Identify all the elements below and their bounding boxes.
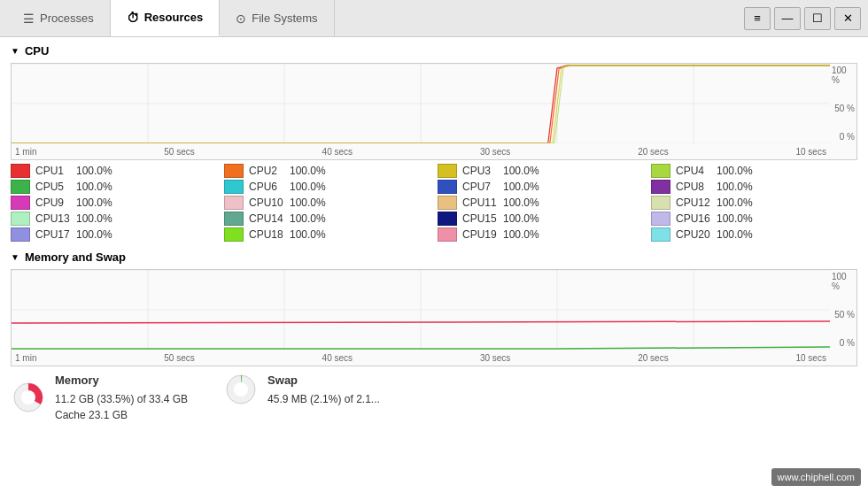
cpu-legend-item: CPU2100.0%: [224, 164, 430, 178]
minimize-button[interactable]: —: [774, 7, 801, 30]
title-bar: ☰ Processes ⏱ Resources ⊙ File Systems ≡…: [0, 0, 868, 37]
cpu-name-label: CPU14: [249, 212, 284, 225]
cpu-graph-inner: [12, 64, 830, 143]
cpu-color-swatch: [438, 196, 457, 210]
cpu-pct-label: 100.0%: [76, 196, 112, 209]
cpu-chevron-icon: ▼: [11, 46, 19, 56]
cpu-pct-label: 100.0%: [76, 165, 112, 177]
cpu-pct-label: 100.0%: [503, 165, 539, 177]
cpu-name-label: CPU4: [676, 165, 711, 177]
memory-cache: Cache 23.1 GB: [55, 407, 188, 423]
tab-filesystems-label: File Systems: [252, 12, 317, 25]
cpu-legend-item: CPU20100.0%: [651, 227, 857, 242]
processes-icon: ☰: [23, 12, 35, 26]
memory-text: Memory 11.2 GB (33.5%) of 33.4 GB Cache …: [55, 372, 188, 423]
cpu-color-swatch: [224, 227, 244, 242]
cpu-name-label: CPU19: [462, 228, 498, 241]
cpu-pct-label: 100.0%: [503, 196, 539, 209]
cpu-color-swatch: [438, 227, 457, 242]
close-button[interactable]: ✕: [834, 7, 861, 30]
cpu-color-swatch: [438, 180, 457, 194]
cpu-name-label: CPU17: [35, 228, 71, 241]
svg-point-19: [234, 382, 248, 397]
cpu-color-swatch: [11, 212, 30, 226]
cpu-name-label: CPU5: [35, 181, 71, 193]
tab-bar: ☰ Processes ⏱ Resources ⊙ File Systems: [7, 0, 335, 36]
cpu-color-swatch: [224, 212, 244, 226]
cpu-color-swatch: [11, 227, 30, 242]
cpu-time-30s: 30 secs: [480, 147, 510, 157]
cpu-pct-100: 100 %: [832, 65, 855, 85]
cpu-legend-item: CPU14100.0%: [224, 212, 430, 226]
cpu-name-label: CPU11: [462, 196, 498, 209]
cpu-section-header[interactable]: ▼ CPU: [11, 44, 857, 58]
cpu-pct-label: 100.0%: [290, 212, 326, 225]
cpu-legend-item: CPU16100.0%: [651, 212, 857, 226]
memory-graph-pct-labels: 100 % 50 % 0 %: [830, 270, 856, 350]
mem-pct-100: 100 %: [832, 272, 855, 291]
mem-time-40s: 40 secs: [322, 353, 353, 363]
cpu-legend-item: CPU5100.0%: [11, 180, 217, 194]
cpu-pct-label: 100.0%: [290, 196, 326, 209]
cpu-pct-label: 100.0%: [717, 165, 753, 177]
cpu-legend-item: CPU12100.0%: [651, 196, 857, 210]
cpu-name-label: CPU6: [249, 181, 284, 193]
cpu-legend-item: CPU3100.0%: [438, 164, 644, 178]
mem-time-1min: 1 min: [15, 353, 36, 363]
memory-graph-svg: [12, 270, 830, 350]
cpu-pct-label: 100.0%: [717, 228, 753, 241]
cpu-name-label: CPU2: [249, 165, 284, 177]
cpu-legend-item: CPU1100.0%: [11, 164, 217, 178]
cpu-legend: CPU1100.0%CPU2100.0%CPU3100.0%CPU4100.0%…: [11, 164, 857, 242]
tab-processes[interactable]: ☰ Processes: [7, 0, 111, 36]
cpu-legend-item: CPU8100.0%: [651, 180, 857, 194]
cpu-name-label: CPU20: [676, 228, 711, 241]
cpu-legend-item: CPU18100.0%: [224, 227, 430, 242]
cpu-color-swatch: [651, 180, 670, 194]
cpu-color-swatch: [224, 164, 244, 178]
tab-resources[interactable]: ⏱ Resources: [111, 0, 220, 36]
cpu-pct-label: 100.0%: [76, 228, 112, 241]
cpu-legend-item: CPU7100.0%: [438, 180, 644, 194]
mem-pct-50: 50 %: [834, 310, 855, 320]
cpu-color-swatch: [651, 164, 670, 178]
cpu-time-10s: 10 secs: [795, 147, 825, 157]
cpu-name-label: CPU12: [676, 196, 711, 209]
cpu-name-label: CPU3: [462, 165, 498, 177]
cpu-name-label: CPU8: [676, 181, 711, 193]
resources-icon: ⏱: [127, 11, 139, 25]
memory-section-header[interactable]: ▼ Memory and Swap: [11, 250, 857, 264]
cpu-color-swatch: [224, 180, 244, 194]
cpu-name-label: CPU16: [676, 212, 711, 225]
memory-graph-time-labels: 1 min 50 secs 40 secs 30 secs 20 secs 10…: [12, 350, 830, 366]
cpu-pct-label: 100.0%: [290, 228, 326, 241]
mem-time-30s: 30 secs: [480, 353, 510, 363]
cpu-color-swatch: [11, 180, 30, 194]
cpu-graph-svg: [12, 64, 830, 143]
cpu-name-label: CPU10: [249, 196, 284, 209]
cpu-graph: 100 % 50 % 0 % 1 min 50 secs 40 secs 30 …: [11, 63, 857, 160]
cpu-time-20s: 20 secs: [638, 147, 668, 157]
cpu-time-50s: 50 secs: [164, 147, 194, 157]
memory-pie-icon: [11, 380, 46, 415]
cpu-name-label: CPU7: [462, 181, 498, 193]
memory-graph-inner: [12, 270, 830, 350]
cpu-legend-item: CPU4100.0%: [651, 164, 857, 178]
mem-time-50s: 50 secs: [164, 353, 194, 363]
maximize-button[interactable]: ☐: [804, 7, 831, 30]
svg-point-17: [21, 390, 35, 404]
swap-pie-icon: [223, 372, 259, 407]
cpu-color-swatch: [438, 164, 457, 178]
swap-label: Swap: [267, 372, 380, 389]
cpu-name-label: CPU1: [35, 165, 71, 177]
swap-item: Swap 45.9 MB (2.1%) of 2.1...: [223, 372, 380, 407]
cpu-pct-50: 50 %: [834, 104, 855, 113]
menu-button[interactable]: ≡: [744, 7, 771, 30]
cpu-pct-label: 100.0%: [76, 181, 112, 193]
cpu-section-title: CPU: [25, 44, 49, 58]
memory-chevron-icon: ▼: [11, 252, 19, 262]
tab-filesystems[interactable]: ⊙ File Systems: [220, 0, 334, 36]
cpu-legend-item: CPU15100.0%: [438, 212, 644, 226]
tab-resources-label: Resources: [144, 11, 203, 24]
memory-graph: 100 % 50 % 0 % 1 min 50 secs 40 secs 30 …: [11, 269, 857, 366]
